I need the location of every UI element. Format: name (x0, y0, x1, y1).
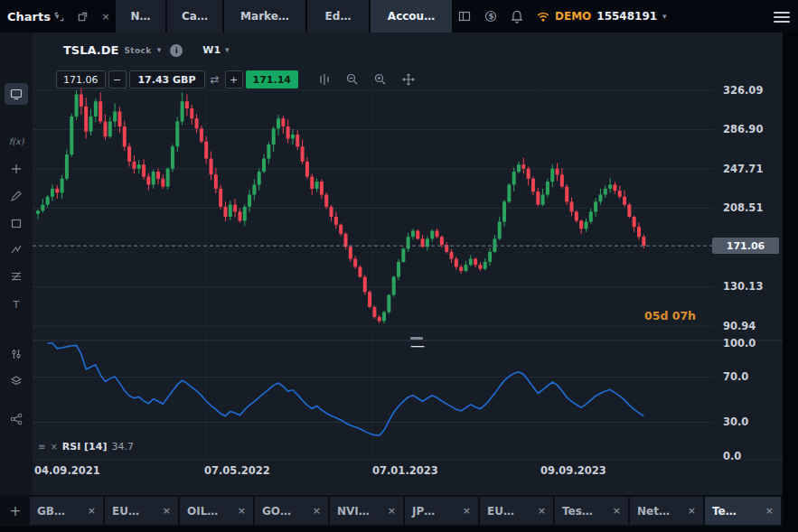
tab-close-icon[interactable]: × (388, 505, 396, 517)
share-icon (9, 412, 23, 426)
candle-body (517, 164, 521, 172)
close-chart-icon[interactable]: × (99, 10, 112, 23)
candle-body (166, 169, 170, 187)
tab-close-icon[interactable]: × (765, 505, 774, 517)
symbol-tab-oil[interactable]: OIL…× (180, 497, 253, 525)
layout-panels-icon[interactable] (457, 9, 472, 23)
candle-body (372, 307, 376, 317)
symbol-tab-netflix[interactable]: Net…× (630, 497, 703, 525)
candle-body (223, 207, 227, 217)
timeframe-selector[interactable]: W1 ▾ (202, 44, 229, 56)
candle-body (637, 227, 641, 237)
candle-body (132, 162, 136, 169)
tab-close-icon[interactable]: × (313, 505, 321, 517)
symbol-chevron-icon[interactable]: ▾ (157, 46, 162, 54)
charts-menu-label: Charts (7, 10, 51, 23)
candle-body (127, 146, 131, 162)
main-menu-icon[interactable] (774, 9, 790, 23)
symbol-tab-tesla[interactable]: Tes…× (555, 497, 628, 525)
popout-window-icon[interactable] (76, 10, 89, 23)
workspace-tab-accounts[interactable]: Accou… (371, 0, 452, 33)
add-indicator-button[interactable] (5, 158, 28, 180)
indicator-menu-icon[interactable]: ≡ (38, 443, 45, 452)
zoom-out-icon[interactable] (345, 72, 360, 87)
functions-tool-button[interactable]: f(x) (5, 130, 28, 152)
candle-body (181, 101, 184, 121)
symbol-tab-active[interactable]: Te…× (705, 497, 781, 525)
candle-body (512, 172, 516, 184)
indicator-value: 34.7 (111, 441, 134, 453)
quantity-field[interactable]: 17.43 GBP (129, 70, 205, 89)
tab-close-icon[interactable]: × (538, 505, 546, 517)
expand-icon[interactable] (52, 10, 65, 23)
info-icon[interactable]: i (170, 44, 183, 57)
text-icon: T (9, 296, 23, 311)
plus-icon (9, 162, 23, 176)
workspace-tab-calendar[interactable]: Ca… (167, 0, 222, 33)
deposit-funds-icon[interactable]: $ (483, 9, 498, 23)
candle-body (633, 217, 636, 227)
candle-body (36, 210, 40, 213)
bar-spacing-icon[interactable] (317, 72, 332, 87)
tab-close-icon[interactable]: × (163, 505, 171, 517)
decrease-quantity-button[interactable]: − (108, 70, 127, 89)
candle-body (343, 234, 347, 247)
panel-resize-handle[interactable]: — (410, 337, 423, 340)
candle-body (618, 191, 622, 197)
charts-menu-button[interactable]: Charts ▾ (7, 0, 59, 33)
trendline-tool-button[interactable] (5, 238, 28, 260)
connection-wifi-icon[interactable] (536, 9, 550, 23)
swap-units-icon[interactable]: ⇄ (208, 73, 222, 86)
candle-body (113, 111, 117, 121)
candle-body (301, 146, 305, 162)
text-tool-button[interactable]: T (5, 293, 28, 314)
price-axis-label: 247.71 (723, 163, 763, 175)
candle-body (450, 252, 454, 259)
fibonacci-tool-button[interactable] (5, 266, 28, 287)
buy-price-button[interactable]: 171.14 (246, 70, 298, 89)
candle-body (613, 184, 616, 191)
indicator-close-icon[interactable]: × (50, 443, 57, 452)
tab-close-icon[interactable]: × (613, 505, 621, 517)
candle-body (330, 207, 333, 217)
tab-close-icon[interactable]: × (463, 505, 471, 517)
tab-close-icon[interactable]: × (88, 505, 96, 517)
symbol-name[interactable]: TSLA.DE (63, 43, 118, 57)
candle-body (521, 164, 525, 168)
shapes-tool-button[interactable] (5, 212, 28, 234)
zoom-in-icon[interactable] (373, 72, 388, 87)
candle-body (123, 126, 127, 146)
tab-label: Net… (637, 505, 670, 518)
tab-label: EU… (112, 505, 139, 518)
symbol-tab-eur-1[interactable]: EU…× (105, 497, 178, 525)
share-chart-button[interactable] (5, 408, 28, 430)
candle-body (584, 222, 587, 229)
symbol-tab-eur-2[interactable]: EU…× (480, 497, 553, 525)
pan-move-icon[interactable] (401, 72, 416, 87)
workspace-tab-editor[interactable]: Ed… (307, 0, 369, 33)
indicators-settings-button[interactable] (5, 343, 28, 365)
notifications-bell-icon[interactable] (510, 9, 524, 23)
workspace-tab-news[interactable]: N… (116, 0, 165, 33)
tab-close-icon[interactable]: × (688, 505, 696, 517)
chart-type-tool-button[interactable] (5, 83, 28, 105)
symbol-tab-nvidia[interactable]: NVI…× (330, 497, 403, 525)
symbol-tab-gbp[interactable]: GB…× (30, 497, 103, 525)
candle-body (358, 266, 361, 276)
objects-layers-button[interactable] (5, 370, 28, 392)
add-chart-tab-button[interactable]: + (4, 495, 27, 527)
symbol-tab-gold[interactable]: GO…× (255, 497, 328, 525)
tab-close-icon[interactable]: × (238, 505, 246, 517)
svg-text:$: $ (489, 12, 494, 21)
candle-body (560, 174, 564, 186)
price-chart[interactable] (33, 33, 783, 495)
candle-body (498, 222, 502, 239)
candle-body (579, 220, 583, 229)
sell-price-button[interactable]: 171.06 (56, 70, 106, 89)
account-selector[interactable]: DEMO 15548191 ▾ (555, 0, 667, 33)
symbol-tab-jpy[interactable]: JP…× (405, 497, 478, 525)
workspace-tab-markets[interactable]: Marke… (224, 0, 305, 33)
candle-body (41, 205, 44, 211)
increase-quantity-button[interactable]: + (225, 70, 243, 89)
draw-tool-button[interactable] (5, 185, 28, 207)
